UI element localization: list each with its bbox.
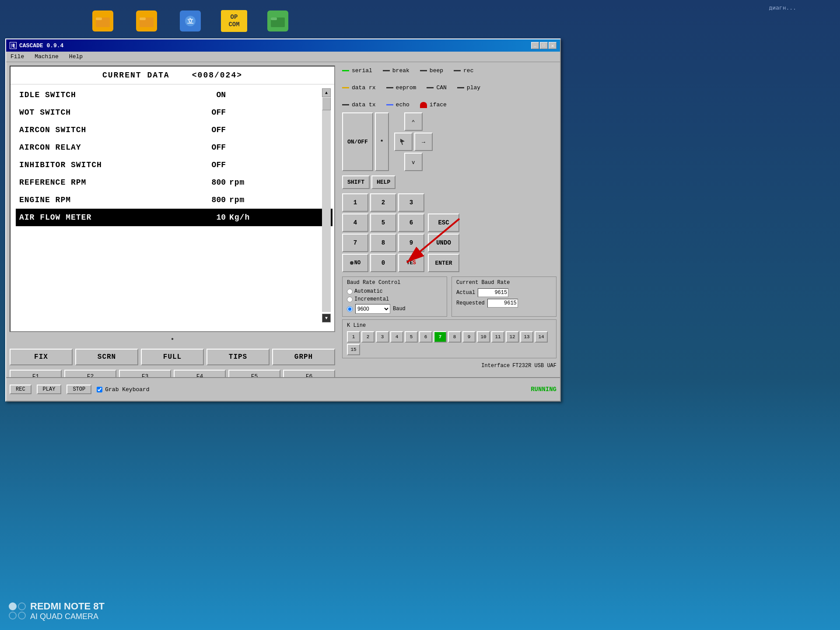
numpad-row1: 1 2 3 xyxy=(342,193,424,212)
scroll-thumb[interactable] xyxy=(322,97,331,110)
data-row[interactable]: ENGINE RPM 800 rpm xyxy=(18,191,331,209)
led-datatx xyxy=(342,104,349,105)
stop-button[interactable]: STOP xyxy=(66,385,91,394)
desktop-icon-opcom[interactable]: OPCOM xyxy=(219,4,249,38)
star-button[interactable]: * xyxy=(375,112,389,171)
shift-button[interactable]: SHIFT xyxy=(342,175,370,189)
close-button[interactable]: ✕ xyxy=(549,42,556,49)
key-8[interactable]: 8 xyxy=(370,234,396,252)
actual-baud-value[interactable] xyxy=(478,288,508,297)
kline-btn-12[interactable]: 12 xyxy=(506,331,519,343)
radio-incremental[interactable] xyxy=(347,297,353,302)
func-btn-fix[interactable]: FIX xyxy=(10,349,73,365)
key-3[interactable]: 3 xyxy=(398,193,424,212)
row-unit: Kg/h xyxy=(229,213,264,222)
key-7[interactable]: 7 xyxy=(342,234,368,252)
nav-down-button[interactable]: v xyxy=(404,153,423,171)
kline-btn-3[interactable]: 3 xyxy=(376,331,389,343)
maximize-button[interactable]: □ xyxy=(540,42,548,49)
help-button[interactable]: HELP xyxy=(371,175,396,189)
indicator-iface-label: iface xyxy=(430,102,447,108)
requested-baud-row: Requested xyxy=(456,299,552,308)
key-2[interactable]: 2 xyxy=(370,193,396,212)
menu-machine[interactable]: Machine xyxy=(33,52,60,61)
key-1[interactable]: 1 xyxy=(342,193,368,212)
func-btn-scrn[interactable]: SCRN xyxy=(75,349,138,365)
func-btn-full[interactable]: FULL xyxy=(141,349,204,365)
desktop-icon-folder3[interactable] xyxy=(262,4,293,38)
key-yes[interactable]: YES xyxy=(398,254,424,272)
minimize-button[interactable]: _ xyxy=(531,42,539,49)
key-5[interactable]: 5 xyxy=(370,214,396,232)
led-play xyxy=(457,87,464,88)
row-label: REFERENCE RPM xyxy=(19,178,186,187)
data-row[interactable]: REFERENCE RPM 800 rpm xyxy=(18,174,331,191)
enter-button[interactable]: ENTER xyxy=(428,254,459,272)
indicator-eeprom: eeprom xyxy=(386,84,416,91)
kline-btn-2[interactable]: 2 xyxy=(361,331,374,343)
nav-right-button[interactable]: → xyxy=(414,133,433,151)
kline-btn-13[interactable]: 13 xyxy=(520,331,533,343)
row-label: AIRCON SWITCH xyxy=(19,126,186,134)
baud-dropdown[interactable]: 9600 19200 38400 xyxy=(355,304,390,314)
kline-btn-10[interactable]: 10 xyxy=(477,331,490,343)
nav-up-button[interactable]: ^ xyxy=(404,112,423,131)
radio-automatic-label: Automatic xyxy=(354,288,383,294)
func-btn-grph[interactable]: GRPH xyxy=(272,349,335,365)
esc-button[interactable]: ESC xyxy=(428,214,459,232)
radio-manual[interactable] xyxy=(347,306,353,312)
device-subtitle: AI QUAD CAMERA xyxy=(30,612,105,621)
grab-keyboard-checkbox[interactable] xyxy=(97,387,102,392)
kline-btn-7[interactable]: 7 xyxy=(434,331,447,343)
row-value: 10 xyxy=(186,213,229,222)
grab-keyboard-label: Grab Keyboard xyxy=(105,386,149,393)
menu-help[interactable]: Help xyxy=(67,52,84,61)
key-9[interactable]: 9 xyxy=(398,234,424,252)
kline-btn-1[interactable]: 1 xyxy=(347,331,360,343)
data-row[interactable]: AIR FLOW METER 10 Kg/h xyxy=(16,209,332,226)
indicator-can-label: CAN xyxy=(436,84,446,91)
data-row[interactable]: IDLE SWITCH ON xyxy=(18,86,331,104)
onoff-button[interactable]: ON/OFF xyxy=(342,112,373,171)
scroll-up-button[interactable]: ▲ xyxy=(322,88,331,97)
menu-file[interactable]: File xyxy=(9,52,26,61)
desktop-icon-app[interactable]: 立 xyxy=(175,4,206,38)
kline-btn-14[interactable]: 14 xyxy=(535,331,548,343)
kline-btn-6[interactable]: 6 xyxy=(419,331,432,343)
row-label: ENGINE RPM xyxy=(19,196,186,204)
current-baud-title: Current Baud Rate xyxy=(456,280,552,286)
key-0[interactable]: 0 xyxy=(370,254,396,272)
desktop-icon-folder2[interactable] xyxy=(131,4,162,38)
key-no[interactable]: NO xyxy=(342,254,368,272)
desktop-icon-folder1[interactable] xyxy=(88,4,118,38)
svg-text:立: 立 xyxy=(187,18,194,25)
undo-button[interactable]: UNDO xyxy=(428,234,459,252)
data-row[interactable]: AIRCON RELAY OFF xyxy=(18,139,331,156)
data-row[interactable]: INHIBITOR SWITCH OFF xyxy=(18,156,331,174)
scroll-down-button[interactable]: ▼ xyxy=(322,314,331,322)
kline-btn-5[interactable]: 5 xyxy=(405,331,418,343)
kline-btn-8[interactable]: 8 xyxy=(448,331,461,343)
key-4[interactable]: 4 xyxy=(342,214,368,232)
kline-btn-9[interactable]: 9 xyxy=(462,331,476,343)
kline-btn-15[interactable]: 15 xyxy=(347,344,360,355)
requested-baud-value[interactable] xyxy=(487,299,518,308)
row-label: AIRCON RELAY xyxy=(19,143,186,152)
data-row[interactable]: WOT SWITCH OFF xyxy=(18,104,331,121)
data-row[interactable]: AIRCON SWITCH OFF xyxy=(18,121,331,139)
kline-btn-11[interactable]: 11 xyxy=(491,331,504,343)
row-value: OFF xyxy=(186,126,229,134)
row-unit: rpm xyxy=(229,196,264,204)
func-btn-tips[interactable]: TIPS xyxy=(206,349,270,365)
radio-automatic[interactable] xyxy=(347,289,353,294)
baud-control-title: Baud Rate Control xyxy=(347,280,442,286)
kline-btn-4[interactable]: 4 xyxy=(390,331,403,343)
rec-button[interactable]: REC xyxy=(10,385,32,394)
grab-keyboard: Grab Keyboard xyxy=(97,386,149,393)
cursor-button[interactable] xyxy=(394,133,413,151)
status-indicators: serial break beep rec xyxy=(342,66,556,110)
key-6[interactable]: 6 xyxy=(398,214,424,232)
radio-automatic-row: Automatic xyxy=(347,288,442,294)
right-panel: serial break beep rec xyxy=(339,62,560,401)
play-button[interactable]: PLAY xyxy=(37,385,62,394)
